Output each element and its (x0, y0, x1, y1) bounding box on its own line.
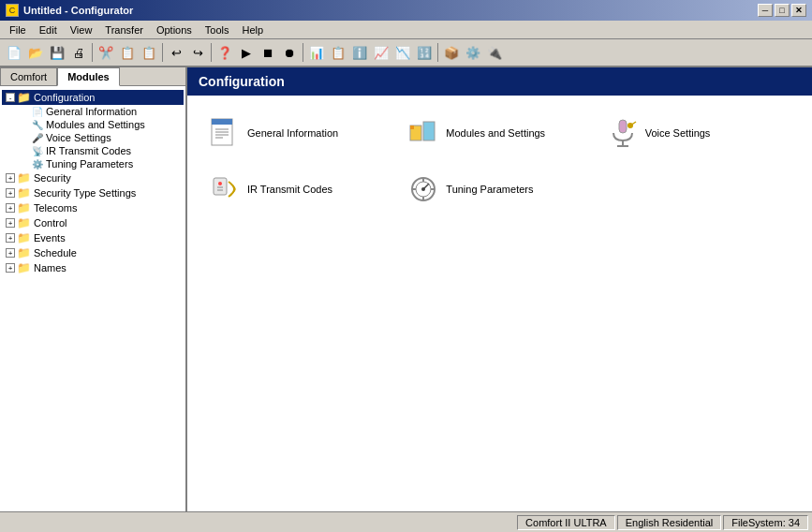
toolbar-help[interactable]: ❓ (214, 42, 235, 63)
tree-label-events: Events (34, 232, 66, 244)
toolbar-number[interactable]: 🔢 (414, 42, 435, 63)
config-item-tuning-parameters[interactable]: Tuning Parameters (405, 170, 594, 208)
expand-icon-events[interactable]: + (6, 233, 15, 243)
tree-node-voice-settings[interactable]: 🎤 Voice Settings (2, 131, 184, 144)
menu-help[interactable]: Help (237, 23, 270, 37)
status-language: English Residential (617, 515, 722, 530)
tree-label-general-information: General Information (46, 106, 137, 117)
folder-icon-names: 📁 (17, 261, 31, 274)
panel-title: Configuration (199, 74, 285, 89)
tree-node-tuning-parameters[interactable]: ⚙️ Tuning Parameters (2, 157, 184, 170)
toolbar-list[interactable]: 📋 (328, 42, 348, 63)
expand-icon-configuration[interactable]: - (6, 93, 15, 102)
tree-label-schedule: Schedule (34, 247, 77, 259)
tree-node-configuration[interactable]: - 📁 Configuration (2, 90, 184, 105)
folder-icon-control: 📁 (17, 216, 31, 229)
config-item-ir-transmit-codes[interactable]: IR Transmit Codes (206, 170, 395, 208)
tree-area: - 📁 Configuration 📄 General Information … (0, 86, 185, 511)
doc-icon-ir-transmit-codes: 📡 (32, 146, 43, 156)
tree-label-security: Security (34, 172, 71, 184)
tree-node-events[interactable]: + 📁 Events (2, 230, 184, 245)
menu-options[interactable]: Options (151, 23, 198, 37)
status-bar: Comfort II ULTRA English Residential Fil… (0, 511, 812, 532)
toolbar-connect[interactable]: ▶ (236, 42, 257, 63)
maximize-button[interactable]: □ (775, 4, 790, 17)
config-icon-ir-transmit-codes (210, 174, 240, 204)
doc-icon-voice-settings: 🎤 (32, 133, 43, 143)
toolbar: 📄 📂 💾 🖨 ✂️ 📋 📋 ↩ ↪ ❓ ▶ ⏹ ⏺ 📊 📋 ℹ️ 📈 📉 🔢 … (0, 39, 812, 67)
folder-icon-events: 📁 (17, 231, 31, 244)
toolbar-package[interactable]: 📦 (441, 42, 462, 63)
svg-point-15 (218, 182, 222, 185)
tree-label-voice-settings: Voice Settings (46, 132, 111, 143)
menu-view[interactable]: View (65, 23, 98, 37)
doc-icon-tuning-parameters: ⚙️ (32, 159, 43, 170)
folder-icon-schedule: 📁 (17, 246, 31, 259)
doc-icon-general-information: 📄 (32, 107, 43, 117)
config-icon-voice-settings (608, 118, 638, 148)
tree-node-general-information[interactable]: 📄 General Information (2, 105, 184, 118)
expand-icon-schedule[interactable]: + (6, 248, 15, 258)
toolbar-undo[interactable]: ↩ (166, 42, 186, 63)
panel-content: General Information Modules and Settings (187, 96, 812, 227)
close-button[interactable]: ✕ (791, 4, 806, 17)
toolbar-redo[interactable]: ↪ (187, 42, 208, 63)
tree-node-ir-transmit-codes[interactable]: 📡 IR Transmit Codes (2, 144, 184, 157)
tree-node-modules-and-settings[interactable]: 🔧 Modules and Settings (2, 118, 184, 131)
toolbar-down[interactable]: 📉 (392, 42, 413, 63)
toolbar-copy[interactable]: 📋 (117, 42, 138, 63)
tree-label-tuning-parameters: Tuning Parameters (46, 158, 133, 170)
menu-edit[interactable]: Edit (34, 23, 63, 37)
tab-comfort[interactable]: Comfort (0, 67, 57, 85)
toolbar-cut[interactable]: ✂️ (96, 42, 116, 63)
toolbar-info[interactable]: ℹ️ (349, 42, 370, 63)
folder-icon-configuration: 📁 (17, 91, 31, 104)
tree-node-control[interactable]: + 📁 Control (2, 215, 184, 230)
toolbar-up[interactable]: 📈 (371, 42, 391, 63)
folder-icon-security-type-settings: 📁 (17, 186, 31, 200)
toolbar-print[interactable]: 🖨 (68, 42, 89, 63)
tree-node-security-type-settings[interactable]: + 📁 Security Type Settings (2, 185, 184, 200)
svg-rect-7 (423, 122, 435, 140)
tree-label-telecoms: Telecoms (34, 202, 77, 214)
toolbar-sep-5 (437, 43, 438, 62)
toolbar-record[interactable]: ⏺ (279, 42, 300, 63)
svg-rect-8 (410, 126, 414, 129)
toolbar-paste[interactable]: 📋 (139, 42, 159, 63)
toolbar-save[interactable]: 💾 (47, 42, 67, 63)
window-title: Untitled - Configurator (23, 5, 133, 16)
expand-icon-names[interactable]: + (6, 263, 15, 273)
menu-bar: File Edit View Transfer Options Tools He… (0, 21, 812, 39)
expand-icon-control[interactable]: + (6, 218, 15, 228)
toolbar-settings[interactable]: ⚙️ (463, 42, 483, 63)
config-item-voice-settings[interactable]: Voice Settings (604, 114, 793, 152)
main-area: Comfort Modules - 📁 Configuration 📄 Gene… (0, 67, 812, 511)
expand-icon-telecoms[interactable]: + (6, 203, 15, 213)
expand-icon-security[interactable]: + (6, 173, 15, 183)
menu-transfer[interactable]: Transfer (99, 23, 149, 37)
menu-tools[interactable]: Tools (199, 23, 235, 37)
tree-node-names[interactable]: + 📁 Names (2, 260, 184, 275)
minimize-button[interactable]: ─ (758, 4, 773, 17)
svg-point-25 (421, 187, 425, 191)
menu-file[interactable]: File (4, 23, 32, 37)
toolbar-new[interactable]: 📄 (4, 42, 24, 63)
expand-icon-security-type-settings[interactable]: + (6, 188, 15, 198)
toolbar-plugin[interactable]: 🔌 (484, 42, 505, 63)
toolbar-stop[interactable]: ⏹ (258, 42, 278, 63)
svg-rect-14 (214, 178, 227, 195)
right-panel: Configuration General Information (187, 67, 812, 511)
toolbar-report[interactable]: 📊 (306, 42, 327, 63)
tab-modules[interactable]: Modules (57, 67, 120, 86)
toolbar-sep-3 (211, 43, 212, 62)
tree-node-schedule[interactable]: + 📁 Schedule (2, 245, 184, 260)
title-buttons: ─ □ ✕ (758, 4, 806, 17)
app-icon: C (6, 4, 19, 17)
tree-node-telecoms[interactable]: + 📁 Telecoms (2, 200, 184, 215)
toolbar-open[interactable]: 📂 (25, 42, 46, 63)
config-item-general-information[interactable]: General Information (206, 114, 395, 152)
config-label-ir-transmit-codes: IR Transmit Codes (247, 184, 332, 195)
tree-node-security[interactable]: + 📁 Security (2, 170, 184, 185)
config-item-modules-and-settings[interactable]: Modules and Settings (405, 114, 594, 152)
tree-label-security-type-settings: Security Type Settings (34, 187, 136, 199)
